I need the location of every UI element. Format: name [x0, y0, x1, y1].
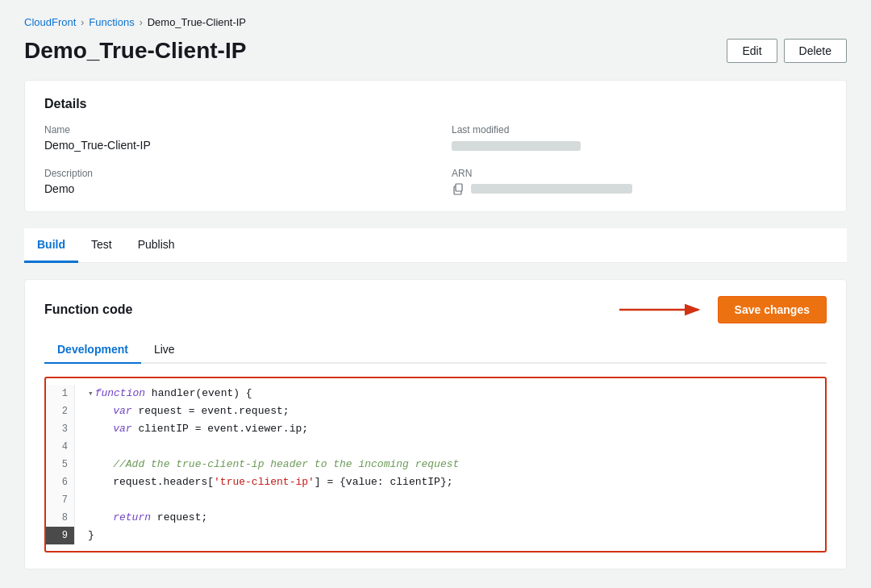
line-num-8: 8	[46, 509, 75, 527]
last-modified-field: Last modified	[452, 124, 827, 152]
description-field: Description Demo	[44, 168, 419, 195]
details-title: Details	[44, 97, 827, 111]
breadcrumb-functions[interactable]: Functions	[89, 16, 134, 28]
line-content-3: var clientIP = event.viewer.ip;	[75, 420, 321, 438]
code-line-7: 7	[46, 491, 825, 509]
details-card: Details Name Demo_True-Client-IP Last mo…	[24, 80, 847, 212]
page-header: Demo_True-Client-IP Edit Delete	[24, 38, 847, 64]
code-line-3: 3 var clientIP = event.viewer.ip;	[46, 420, 825, 438]
line-content-4	[75, 438, 107, 456]
line-content-1: ▾function handler(event) {	[75, 385, 265, 402]
save-btn-area: Save changes	[611, 296, 827, 323]
delete-button[interactable]: Delete	[784, 39, 847, 63]
code-editor[interactable]: 1 ▾function handler(event) { 2 var reque…	[44, 377, 827, 553]
code-line-6: 6 request.headers['true-client-ip'] = {v…	[46, 473, 825, 491]
line-num-5: 5	[46, 456, 75, 473]
arn-label: ARN	[452, 168, 827, 179]
description-label: Description	[44, 168, 419, 179]
code-line-2: 2 var request = event.request;	[46, 402, 825, 420]
line-num-2: 2	[46, 402, 75, 420]
function-code-title: Function code	[44, 302, 132, 317]
code-line-5: 5 //Add the true-client-ip header to the…	[46, 456, 825, 473]
line-num-1: 1	[46, 385, 75, 402]
code-line-4: 4	[46, 438, 825, 456]
arn-row	[452, 182, 827, 195]
svg-rect-1	[456, 184, 462, 191]
details-grid: Name Demo_True-Client-IP Last modified D…	[44, 124, 827, 195]
last-modified-redacted	[452, 141, 581, 151]
last-modified-value	[452, 139, 827, 152]
copy-icon[interactable]	[452, 182, 465, 195]
code-line-8: 8 return request;	[46, 509, 825, 527]
line-num-7: 7	[46, 491, 75, 509]
function-code-header: Function code Save changes	[44, 296, 827, 323]
arn-redacted	[471, 184, 632, 194]
header-actions: Edit Delete	[727, 39, 847, 63]
page-title: Demo_True-Client-IP	[24, 38, 246, 64]
name-value: Demo_True-Client-IP	[44, 139, 419, 152]
name-label: Name	[44, 124, 419, 136]
code-tabs: Development Live	[44, 336, 827, 364]
line-num-9: 9	[46, 527, 75, 544]
description-value: Demo	[44, 182, 419, 195]
save-changes-button[interactable]: Save changes	[718, 296, 827, 323]
line-content-2: var request = event.request;	[75, 402, 302, 420]
tab-build[interactable]: Build	[24, 228, 78, 263]
tab-publish[interactable]: Publish	[125, 228, 188, 263]
breadcrumb-sep-2: ›	[140, 17, 143, 28]
arn-field: ARN	[452, 168, 827, 195]
line-num-4: 4	[46, 438, 75, 456]
breadcrumb-cloudfront[interactable]: CloudFront	[24, 16, 76, 28]
breadcrumb-sep-1: ›	[81, 17, 84, 28]
line-content-6: request.headers['true-client-ip'] = {val…	[75, 473, 466, 491]
line-content-9: }	[75, 527, 107, 544]
line-num-6: 6	[46, 473, 75, 491]
arrow-annotation	[611, 298, 708, 322]
function-code-card: Function code Save changes Development L…	[24, 279, 847, 569]
code-line-9: 9 }	[46, 527, 825, 544]
line-content-7	[75, 491, 107, 509]
name-field: Name Demo_True-Client-IP	[44, 124, 419, 152]
code-line-1: 1 ▾function handler(event) {	[46, 385, 825, 402]
code-tab-development[interactable]: Development	[44, 336, 141, 364]
last-modified-label: Last modified	[452, 124, 827, 136]
line-num-3: 3	[46, 420, 75, 438]
code-tab-live[interactable]: Live	[141, 336, 188, 364]
breadcrumb: CloudFront › Functions › Demo_True-Clien…	[24, 16, 847, 28]
tab-test[interactable]: Test	[78, 228, 125, 263]
code-lines: 1 ▾function handler(event) { 2 var reque…	[46, 378, 825, 551]
breadcrumb-current: Demo_True-Client-IP	[148, 16, 246, 28]
line-content-8: return request;	[75, 509, 220, 527]
edit-button[interactable]: Edit	[727, 39, 777, 63]
main-tabs: Build Test Publish	[24, 228, 847, 263]
line-content-5: //Add the true-client-ip header to the i…	[75, 456, 472, 473]
